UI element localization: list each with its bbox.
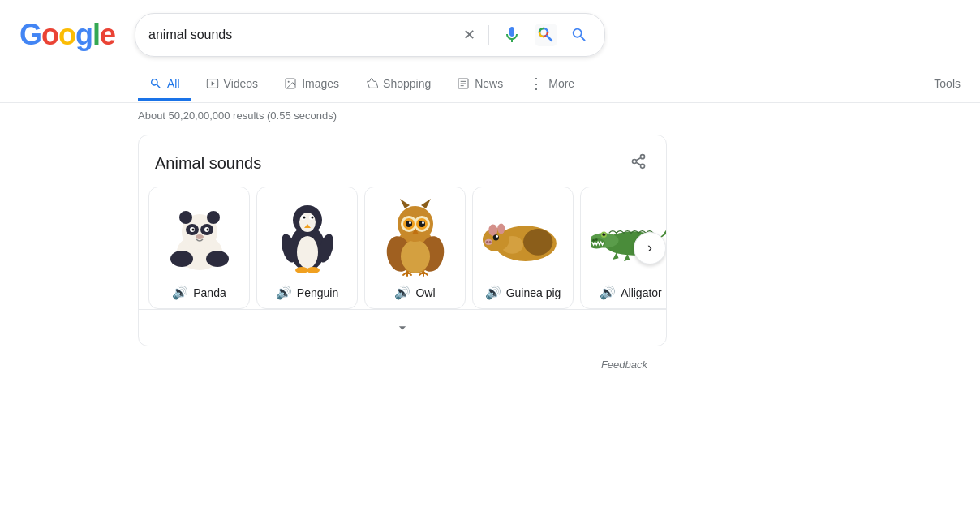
logo-g: G xyxy=(19,18,41,51)
guinea-pig-name: Guinea pig xyxy=(506,286,561,299)
search-input[interactable] xyxy=(148,28,453,42)
nav-item-images[interactable]: Images xyxy=(273,69,350,101)
nav-more-label: More xyxy=(548,77,574,90)
svg-marker-7 xyxy=(211,81,214,85)
share-icon xyxy=(630,153,647,170)
clear-icon: ✕ xyxy=(463,26,475,44)
nav-tools-label: Tools xyxy=(934,77,961,90)
svg-point-65 xyxy=(488,224,497,236)
alligator-label: 🔊 Alligator xyxy=(600,285,662,300)
owl-sound-icon: 🔊 xyxy=(394,285,410,300)
search-nav: All Videos Images Shopping News ⋮ Mo xyxy=(0,60,980,103)
share-button[interactable] xyxy=(627,150,650,177)
google-logo: Google xyxy=(19,18,115,52)
panda-label: 🔊 Panda xyxy=(172,285,226,300)
svg-point-44 xyxy=(307,267,320,273)
svg-point-77 xyxy=(603,233,604,234)
results-count: About 50,20,00,000 results (0.55 seconds… xyxy=(138,110,337,122)
svg-point-16 xyxy=(641,164,645,168)
alligator-sound-icon: 🔊 xyxy=(600,285,616,300)
lens-icon xyxy=(535,24,557,46)
svg-marker-51 xyxy=(421,199,431,208)
svg-point-9 xyxy=(288,81,290,83)
svg-point-39 xyxy=(311,217,313,219)
svg-line-18 xyxy=(636,157,641,160)
lens-search-button[interactable] xyxy=(531,20,561,49)
results-info: About 50,20,00,000 results (0.55 seconds… xyxy=(0,103,980,128)
animal-card-panda[interactable]: 🔊 Panda xyxy=(148,187,250,309)
feedback-area: Feedback xyxy=(138,353,667,376)
more-dots-icon: ⋮ xyxy=(529,75,544,92)
svg-point-35 xyxy=(299,213,316,232)
next-chevron-icon: › xyxy=(647,239,652,256)
nav-item-all[interactable]: All xyxy=(138,69,191,101)
svg-point-43 xyxy=(295,267,308,273)
svg-point-29 xyxy=(179,211,192,224)
svg-point-56 xyxy=(406,221,412,227)
alligator-name: Alligator xyxy=(621,286,662,299)
logo-e: e xyxy=(100,18,115,51)
card-title: Animal sounds xyxy=(155,154,261,173)
svg-point-58 xyxy=(409,221,411,224)
shopping-nav-icon xyxy=(365,77,378,90)
svg-point-71 xyxy=(488,241,491,243)
svg-point-66 xyxy=(497,224,505,234)
owl-image xyxy=(375,195,456,277)
nav-all-label: All xyxy=(167,77,180,90)
card-expand-button[interactable] xyxy=(139,309,666,346)
nav-news-label: News xyxy=(475,77,503,90)
search-icons: ✕ xyxy=(460,20,591,49)
svg-marker-50 xyxy=(400,199,410,208)
nav-item-tools[interactable]: Tools xyxy=(922,69,980,101)
animal-card-penguin[interactable]: 🔊 Penguin xyxy=(256,187,358,309)
guinea-pig-label: 🔊 Guinea pig xyxy=(485,285,561,300)
penguin-name: Penguin xyxy=(297,286,338,299)
nav-videos-label: Videos xyxy=(224,77,259,90)
logo-o2: o xyxy=(58,18,75,51)
svg-point-78 xyxy=(592,239,595,242)
owl-illustration xyxy=(379,195,452,277)
svg-point-21 xyxy=(206,251,229,267)
owl-name: Owl xyxy=(415,286,435,299)
nav-item-news[interactable]: News xyxy=(445,69,514,101)
svg-point-70 xyxy=(486,241,488,243)
guinea-pig-illustration xyxy=(483,204,564,269)
guinea-pig-image xyxy=(483,195,564,277)
logo-g2: g xyxy=(75,18,92,51)
penguin-image xyxy=(267,195,348,277)
svg-point-20 xyxy=(170,251,193,267)
feedback-link[interactable]: Feedback xyxy=(601,359,647,371)
penguin-label: 🔊 Penguin xyxy=(276,285,338,300)
videos-nav-icon xyxy=(206,77,219,90)
svg-point-57 xyxy=(419,221,425,227)
penguin-sound-icon: 🔊 xyxy=(276,285,292,300)
animal-card-owl[interactable]: 🔊 Owl xyxy=(364,187,466,309)
logo-l: l xyxy=(92,18,100,51)
svg-point-33 xyxy=(297,236,318,269)
divider xyxy=(488,25,489,45)
svg-point-15 xyxy=(633,160,637,164)
svg-point-68 xyxy=(496,235,498,238)
nav-item-videos[interactable]: Videos xyxy=(195,69,270,101)
search-button[interactable] xyxy=(567,23,591,47)
panda-sound-icon: 🔊 xyxy=(172,285,188,300)
owl-label: 🔊 Owl xyxy=(394,285,435,300)
voice-search-button[interactable] xyxy=(499,22,525,48)
card-header: Animal sounds xyxy=(139,135,666,187)
next-arrow-button[interactable]: › xyxy=(634,232,666,264)
mic-icon xyxy=(502,25,522,45)
news-nav-icon xyxy=(457,77,470,90)
svg-point-59 xyxy=(422,221,424,224)
animals-scroll: 🔊 Panda xyxy=(139,187,666,309)
guinea-pig-sound-icon: 🔊 xyxy=(485,285,501,300)
clear-button[interactable]: ✕ xyxy=(460,23,479,47)
images-nav-icon xyxy=(284,77,297,90)
animal-card-guinea-pig[interactable]: 🔊 Guinea pig xyxy=(472,187,574,309)
nav-item-more[interactable]: ⋮ More xyxy=(518,67,586,103)
expand-icon xyxy=(394,320,410,336)
nav-shopping-label: Shopping xyxy=(383,77,431,90)
panda-illustration xyxy=(159,195,240,277)
nav-item-shopping[interactable]: Shopping xyxy=(354,69,442,101)
svg-point-14 xyxy=(641,155,645,159)
animal-sounds-card: Animal sounds xyxy=(138,135,667,346)
